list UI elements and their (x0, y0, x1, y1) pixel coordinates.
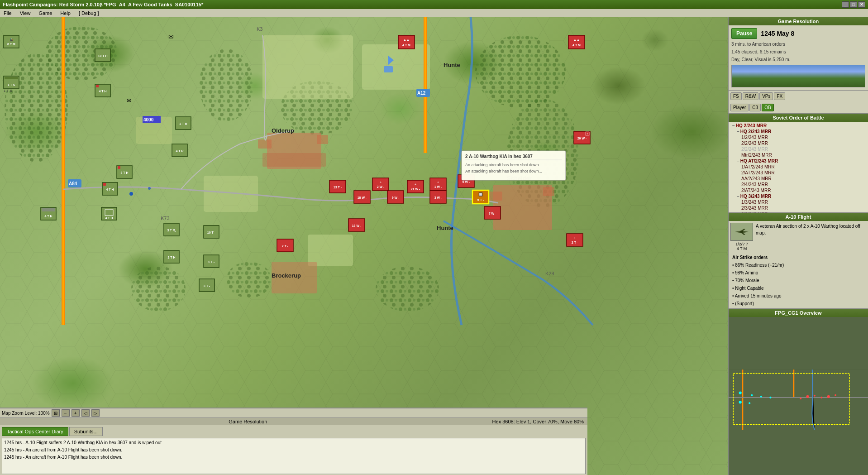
unit-e-7t[interactable]: 7 T - (277, 239, 293, 252)
tab-rw[interactable]: R&W (743, 92, 758, 100)
zoom-btn-1[interactable]: ⊞ (52, 409, 60, 417)
unit-4th-box[interactable]: 4 T H (101, 207, 117, 220)
unit-e-1w[interactable]: + 1 W - (430, 178, 446, 191)
unit-e-2t-right[interactable]: + 2 T - (567, 234, 583, 246)
oob-aa-2-243[interactable]: AA/2/243 MRR (730, 176, 866, 182)
oob-tree: −HQ 2/243 MRR −HQ 2/243 MRR 1/2/243 MRR … (729, 122, 868, 212)
oob-hq-2-243[interactable]: −HQ 2/243 MRR (730, 129, 866, 134)
unit-e-7w[interactable]: 7 W - (484, 206, 501, 219)
menu-view[interactable]: View (18, 10, 33, 16)
menu-game[interactable]: Game (37, 10, 54, 16)
oob-2-4-243[interactable]: 2/4/243 MRR (730, 182, 866, 187)
svg-text:An attacking aircraft has been: An attacking aircraft has been shot down… (465, 169, 542, 173)
window-title: Flashpoint Campaigns: Red Storm 2.0.10β … (3, 2, 842, 7)
unit-e-21w[interactable]: + 21 W - (407, 180, 424, 193)
tab-subunits[interactable]: Subunits... (69, 427, 103, 436)
minimap-svg (729, 317, 868, 475)
unit-3t-bottom[interactable]: 3 T - (199, 279, 215, 292)
zoom-btn-3[interactable]: + (72, 409, 80, 417)
svg-rect-71 (430, 178, 446, 191)
svg-text:3 T -: 3 T - (204, 284, 210, 288)
unit-e-20w[interactable]: 20 W - + (574, 131, 590, 144)
flight-description: A veteran Air section of 2 x A-10 Wartho… (756, 223, 866, 251)
svg-rect-87 (567, 234, 583, 246)
unit-e-16tm[interactable]: ▲▲ 4 T M (568, 35, 585, 49)
oob-2-2-243-b[interactable]: 2/2/243 MRR (730, 146, 866, 152)
label-hunte-1: Hunte (444, 62, 460, 68)
unit-10t[interactable]: 10 T - (204, 226, 219, 238)
menu-file[interactable]: File (2, 10, 14, 16)
close-button[interactable]: ✕ (858, 1, 865, 8)
minimap-container[interactable] (729, 317, 868, 475)
unit-e-13w[interactable]: 13 W - (348, 219, 365, 231)
oob-1-at-2-243[interactable]: 1/AT/2/243 MRR (730, 164, 866, 170)
unit-4th-group[interactable]: 4 T H (95, 84, 110, 97)
svg-text:7 W -: 7 W - (489, 212, 496, 215)
tab-fs[interactable]: FS (730, 92, 742, 100)
menu-debug[interactable]: [ Debug ] (77, 10, 101, 16)
maximize-button[interactable]: □ (850, 1, 857, 8)
tab-c3[interactable]: C3 (749, 104, 761, 111)
unit-6tm[interactable]: 🚂 6 T M (4, 35, 19, 48)
unit-1ts[interactable]: 1 T S (4, 76, 19, 89)
zoom-btn-2[interactable]: − (62, 409, 70, 417)
oob-2-2-243[interactable]: 2/2/243 MRR (730, 140, 866, 146)
svg-text:3 T R,: 3 T R, (167, 229, 176, 232)
unit-4th-corner[interactable]: 4 T H (41, 207, 56, 220)
svg-rect-29 (118, 166, 120, 169)
unit-1ts-sub: 1 T S (4, 89, 12, 93)
menu-help[interactable]: Help (58, 10, 72, 16)
tab-ob[interactable]: OB (762, 104, 773, 111)
unit-10th-top[interactable]: 10 T H (95, 49, 110, 62)
waypoint-2 (148, 187, 151, 190)
oob-panel[interactable]: −HQ 2/243 MRR −HQ 2/243 MRR 1/2/243 MRR … (729, 122, 868, 212)
oob-hq-3-243[interactable]: −HQ 3/243 MRR (730, 193, 866, 199)
unit-3tr[interactable]: 3 T R, (164, 223, 179, 236)
svg-text:2 T H: 2 T H (167, 256, 175, 259)
unit-e-2w[interactable]: + 2 W - (372, 178, 389, 191)
unit-4th-lower[interactable]: 4 T H (102, 182, 118, 195)
oob-1-3-243[interactable]: 1/3/243 MRR (730, 199, 866, 205)
unit-e-18w[interactable]: 18 W - (354, 191, 370, 203)
svg-rect-68 (407, 180, 424, 193)
svg-rect-12 (4, 35, 19, 48)
oob-2-3-243[interactable]: 2/3/243 MRR (730, 205, 866, 211)
tab-toc-diary[interactable]: Tactical Ops Center Diary (2, 427, 68, 436)
unit-e-13t[interactable]: 13 T - (329, 180, 346, 193)
zoom-btn-5[interactable]: ▷ (91, 409, 100, 417)
oob-2-at-243[interactable]: 2/AT/243 MRR (730, 187, 866, 193)
unit-2tr[interactable]: 2 T R (176, 117, 191, 130)
tab-vps[interactable]: VPs (759, 92, 773, 100)
zoom-btn-4[interactable]: ◁ (81, 409, 90, 417)
svg-text:13 W -: 13 W - (352, 224, 362, 227)
oob-3-3-243[interactable]: 3/3/243 MRR (730, 211, 866, 212)
tab-player[interactable]: Player (730, 104, 749, 111)
oob-2-at-2-243[interactable]: 2/AT/2/243 MRR (730, 170, 866, 176)
unit-e-9w[interactable]: 9 W - (387, 191, 404, 203)
oob-hq-243[interactable]: −HQ 2/243 MRR (730, 123, 866, 129)
oob-title: Soviet Order of Battle (729, 114, 868, 122)
svg-point-102 (739, 401, 742, 403)
unit-1t[interactable]: 1 T - (204, 255, 219, 268)
unit-3th[interactable]: 3 T H (117, 166, 132, 178)
svg-rect-97 (729, 369, 868, 430)
oob-mtr-2-243[interactable]: Mtr/2/243 MRR (730, 152, 866, 158)
unit-e-4tm-top[interactable]: ▲▲ 4 T M (398, 35, 415, 49)
window-controls[interactable]: _ □ ✕ (842, 1, 865, 8)
unit-4tr[interactable]: 4 T R (172, 144, 187, 157)
oob-hq-at-2-243[interactable]: −HQ AT/2/243 MRR (730, 158, 866, 164)
label-olderup: Olderup (272, 127, 294, 134)
oob-1-2-243[interactable]: 1/2/243 MRR (730, 134, 866, 140)
pause-button[interactable]: Pause (731, 28, 757, 39)
svg-rect-6 (317, 135, 328, 144)
map-area[interactable]: Olderup Scheider Brockerup Hunte Hunte K… (0, 17, 728, 475)
unit-e-3w[interactable]: 3 W - (430, 191, 446, 203)
tab-fx[interactable]: FX (774, 92, 785, 100)
grid-k73: K73 (161, 216, 170, 221)
unit-2th[interactable]: 2 T H (164, 250, 179, 263)
svg-text:9 W -: 9 W - (392, 196, 400, 199)
unit-e-5t-selected[interactable]: 🔲 5 T - (472, 190, 489, 204)
minimize-button[interactable]: _ (842, 1, 849, 8)
log-area[interactable]: 1245 hrs - A-10 Flight suffers 2 A-10 Wa… (2, 438, 586, 474)
log-tabs: Tactical Ops Center Diary Subunits... (0, 425, 587, 437)
